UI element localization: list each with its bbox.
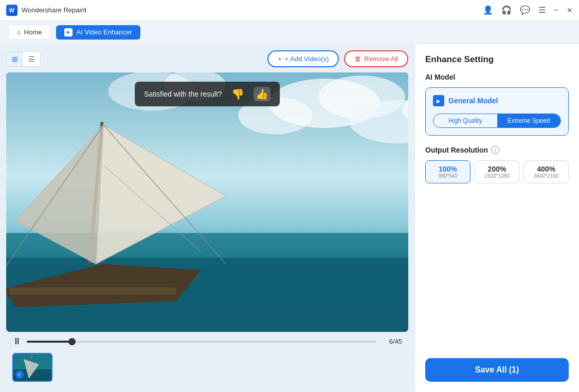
title-bar-controls: 👤 🎧 💬 ☰ − ✕	[483, 5, 573, 15]
video-container: Satisfied with the result? 👎 👍	[6, 72, 408, 332]
enhance-setting-title: Enhance Setting	[425, 54, 569, 65]
info-icon: i	[491, 146, 499, 154]
video-thumbnail[interactable]: ✓	[12, 353, 52, 382]
toolbar: ⊞ ☰ + + Add Video(s) 🗑 Remove All	[6, 50, 408, 67]
save-all-button[interactable]: Save All (1)	[425, 358, 569, 382]
ai-video-enhancer-nav-item[interactable]: AI Video Enhancer	[56, 25, 140, 40]
progress-time: 6/45	[382, 338, 402, 345]
ai-model-card: ▶ General Model High Quality Extreme Spe…	[425, 87, 569, 136]
progress-bar[interactable]	[27, 341, 376, 343]
add-icon: +	[278, 55, 282, 63]
model-card-header: ▶ General Model	[433, 95, 561, 106]
home-icon: ⌂	[17, 28, 21, 36]
close-icon[interactable]: ✕	[567, 6, 573, 14]
user-icon[interactable]: 👤	[483, 5, 493, 15]
model-play-icon: ▶	[433, 95, 444, 106]
enhance-panel: Enhance Setting AI Model ▶ General Model…	[414, 44, 579, 392]
add-video-button[interactable]: + + Add Video(s)	[267, 50, 339, 67]
video-preview-bg	[6, 72, 408, 332]
res-100-percent: 100%	[428, 165, 468, 173]
remove-all-label: Remove All	[364, 55, 398, 63]
app-title: Wondershare Repairit	[22, 6, 86, 14]
headphone-icon[interactable]: 🎧	[501, 5, 512, 15]
toolbar-actions: + + Add Video(s) 🗑 Remove All	[267, 50, 408, 67]
thumb-check-icon: ✓	[15, 370, 24, 379]
thumbs-down-button[interactable]: 👎	[229, 87, 246, 101]
nav-bar: ⌂ Home AI Video Enhancer	[0, 21, 579, 44]
app-icon: W	[6, 5, 17, 16]
list-view-button[interactable]: ☰	[23, 52, 40, 66]
high-quality-button[interactable]: High Quality	[433, 114, 497, 127]
remove-all-button[interactable]: 🗑 Remove All	[344, 50, 408, 67]
ai-model-label: AI Model	[425, 73, 569, 81]
home-nav-item[interactable]: ⌂ Home	[8, 25, 51, 40]
view-toggles: ⊞ ☰	[6, 51, 41, 67]
extreme-speed-button[interactable]: Extreme Speed	[497, 114, 561, 127]
progress-fill	[27, 341, 72, 343]
res-400-percent: 400%	[526, 165, 566, 173]
res-200-percent: 200%	[477, 165, 517, 173]
res-200-dims: 1920*1080	[477, 173, 517, 179]
model-name: General Model	[448, 97, 498, 105]
grid-view-button[interactable]: ⊞	[7, 52, 23, 66]
resolution-200-button[interactable]: 200% 1920*1080	[475, 160, 520, 183]
res-400-dims: 3840*2160	[526, 173, 566, 179]
chat-icon[interactable]: 💬	[520, 5, 530, 15]
minimize-icon[interactable]: −	[554, 6, 558, 15]
title-bar: W Wondershare Repairit 👤 🎧 💬 ☰ − ✕	[0, 0, 579, 21]
thumbnail-strip: ✓	[6, 351, 408, 386]
pause-button[interactable]: ⏸	[12, 336, 22, 347]
left-panel: ⊞ ☰ + + Add Video(s) 🗑 Remove All	[0, 44, 414, 392]
playback-bar: ⏸ 6/45	[6, 332, 408, 351]
res-100-dims: 960*540	[428, 173, 468, 179]
home-label: Home	[24, 28, 42, 36]
resolution-100-button[interactable]: 100% 960*540	[425, 160, 471, 183]
nav-active-label: AI Video Enhancer	[77, 28, 132, 36]
resolution-400-button[interactable]: 400% 3840*2160	[523, 160, 569, 183]
output-resolution-label: Output Resolution	[425, 146, 488, 154]
resolution-label-row: Output Resolution i	[425, 146, 569, 154]
thumbs-up-button[interactable]: 👍	[254, 87, 270, 101]
add-video-label: + Add Video(s)	[285, 55, 329, 63]
quality-toggle: High Quality Extreme Speed	[433, 114, 561, 128]
menu-icon[interactable]: ☰	[538, 5, 546, 15]
satisfied-popup: Satisfied with the result? 👎 👍	[135, 82, 280, 106]
resolution-section: Output Resolution i 100% 960*540 200% 19…	[425, 146, 569, 183]
progress-thumb	[68, 338, 76, 345]
main-layout: ⊞ ☰ + + Add Video(s) 🗑 Remove All	[0, 44, 579, 392]
nav-active-icon	[64, 28, 73, 36]
trash-icon: 🗑	[354, 55, 361, 63]
title-bar-left: W Wondershare Repairit	[6, 5, 86, 16]
resolution-options: 100% 960*540 200% 1920*1080 400% 3840*21…	[425, 160, 569, 183]
satisfied-text: Satisfied with the result?	[144, 90, 222, 98]
